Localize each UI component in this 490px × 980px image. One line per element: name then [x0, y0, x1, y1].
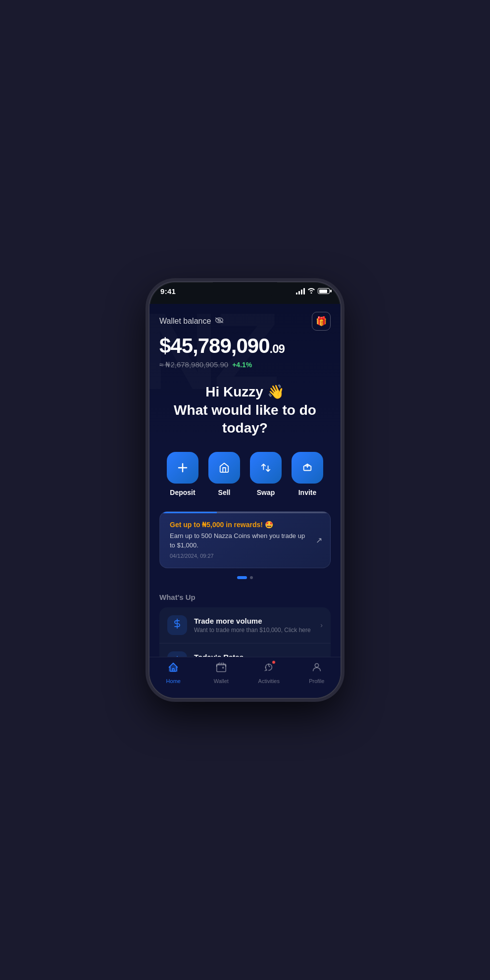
hide-balance-icon[interactable]: [215, 317, 224, 326]
trade-volume-icon-wrap: [167, 615, 187, 635]
whats-up-title: What's Up: [159, 593, 331, 601]
header-row: Wallet balance 🎁: [159, 304, 331, 331]
sell-label: Sell: [218, 489, 231, 496]
trade-volume-sub: Want to trade more than $10,000, Click h…: [194, 627, 313, 634]
sell-icon: [219, 462, 230, 473]
balance-main: $45,789,090.09: [159, 335, 331, 357]
banner-bar-inactive: [217, 512, 330, 513]
activities-nav-label: Activities: [258, 678, 280, 684]
balance-percent: +4.1%: [232, 361, 252, 369]
activities-notification-dot: [272, 660, 276, 664]
svg-point-13: [315, 663, 318, 667]
wallet-nav-label: Wallet: [214, 678, 229, 684]
dot-2: [250, 576, 253, 579]
whats-up-section: What's Up Trad: [159, 593, 331, 657]
deposit-button[interactable]: [167, 452, 198, 484]
carousel-dots: [159, 576, 331, 579]
greeting-line1: Hi Kuzzy 👋: [159, 383, 331, 401]
bottom-nav: Home Wallet: [149, 657, 341, 698]
nav-item-wallet[interactable]: Wallet: [206, 662, 236, 684]
list-item[interactable]: Today's Rates See our sell rates ›: [159, 643, 331, 657]
dollar-icon: [172, 619, 182, 631]
banner-card[interactable]: Get up to ₦5,000 in rewards! 🤩 Earn up t…: [159, 511, 331, 568]
home-icon: [168, 662, 179, 676]
trade-volume-text: Trade more volume Want to trade more tha…: [194, 617, 313, 634]
banner-body: Earn up to 500 Nazza Coins when you trad…: [170, 532, 320, 549]
wallet-balance-label: Wallet balance: [159, 317, 224, 326]
balance-integer: $45,789,090: [159, 334, 270, 357]
nav-item-home[interactable]: Home: [158, 662, 188, 684]
deposit-action[interactable]: Deposit: [167, 452, 198, 496]
greeting-line2: What would like to do: [159, 401, 331, 419]
banner-arrow-icon: ↗: [316, 535, 322, 544]
battery-icon: [318, 288, 330, 294]
nav-item-profile[interactable]: Profile: [302, 662, 332, 684]
home-svg: [168, 662, 179, 673]
wifi-icon: [307, 287, 315, 295]
invite-label: Invite: [298, 489, 317, 496]
banner-date: 04/12/2024, 09:27: [170, 553, 320, 559]
balance-sub: ≈ ₦2,678,980,905.90 +4.1%: [159, 360, 331, 369]
swap-action[interactable]: Swap: [250, 452, 282, 496]
swap-label: Swap: [257, 489, 275, 496]
invite-icon: [302, 462, 313, 473]
greeting-text: Hi Kuzzy 👋 What would like to do today?: [159, 383, 331, 437]
notch: [213, 282, 277, 297]
whats-up-card: Trade more volume Want to trade more tha…: [159, 607, 331, 657]
actions-row: Deposit Sell: [159, 452, 331, 496]
rates-title: Today's Rates: [194, 653, 313, 657]
deposit-label: Deposit: [170, 489, 195, 496]
status-time: 9:41: [160, 287, 176, 295]
balance-decimal: .09: [270, 342, 285, 355]
invite-button[interactable]: [292, 452, 323, 484]
sell-button[interactable]: [208, 452, 240, 484]
profile-icon: [311, 662, 322, 676]
gift-button[interactable]: 🎁: [312, 312, 331, 331]
dot-1: [237, 576, 247, 579]
trade-volume-title: Trade more volume: [194, 617, 313, 625]
profile-nav-label: Profile: [309, 678, 324, 684]
svg-rect-9: [217, 665, 226, 672]
greeting-line3: today?: [159, 419, 331, 437]
nav-item-activities[interactable]: Activities: [254, 662, 284, 684]
balance-ngn: ≈ ₦2,678,980,905.90: [159, 360, 228, 369]
scroll-area[interactable]: NZ Wallet balance 🎁: [149, 304, 341, 657]
wallet-icon: [216, 662, 227, 676]
gift-icon: 🎁: [316, 316, 327, 327]
activities-icon: [263, 662, 274, 676]
banner-progress-bar: [160, 512, 330, 513]
swap-button[interactable]: [250, 452, 282, 484]
banner-bar-active: [160, 512, 217, 513]
swap-icon: [260, 462, 271, 473]
plus-icon: [177, 462, 189, 474]
signal-icon: [296, 288, 305, 294]
sell-action[interactable]: Sell: [208, 452, 240, 496]
list-item[interactable]: Trade more volume Want to trade more tha…: [159, 607, 331, 643]
phone-frame: 9:41 NZ: [148, 281, 342, 699]
invite-action[interactable]: Invite: [292, 452, 323, 496]
chart-icon: [172, 655, 182, 657]
wallet-balance-text: Wallet balance: [159, 317, 211, 326]
home-nav-label: Home: [166, 678, 181, 684]
status-icons: [296, 287, 330, 295]
trade-volume-chevron-icon: ›: [320, 621, 323, 629]
rates-icon-wrap: [167, 651, 187, 657]
rates-text: Today's Rates See our sell rates: [194, 653, 313, 657]
banner-title: Get up to ₦5,000 in rewards! 🤩: [170, 521, 320, 529]
